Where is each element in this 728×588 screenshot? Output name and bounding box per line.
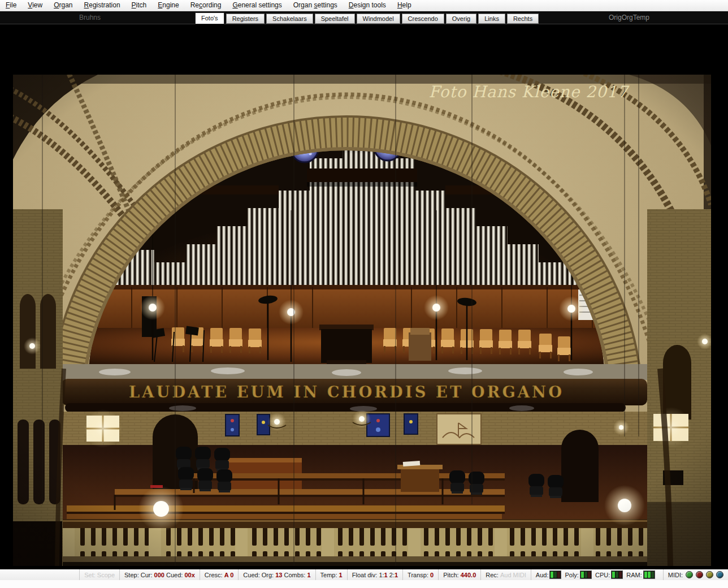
rammeter-label: RAM: — [626, 572, 642, 578]
menu-item-engine[interactable]: Engine — [154, 0, 183, 11]
status-text: Rec: — [486, 572, 500, 578]
meter-cell — [612, 572, 615, 578]
status-crescendo: Cresc: A 0 — [200, 569, 239, 580]
menu-item-design-tools[interactable]: Design tools — [345, 0, 390, 11]
status-text: 0 — [430, 572, 434, 578]
meter-cell — [551, 572, 553, 578]
status-temperament: Temp: 1 — [315, 569, 347, 580]
status-text: 2: — [388, 572, 395, 578]
midi-activity-led — [706, 571, 713, 578]
status-text: MIDI — [513, 572, 526, 578]
status-text: 440.0 — [461, 572, 476, 578]
church-photo-svg: LAUDATE EUM IN CHORDIS ET ORGANO — [13, 75, 711, 566]
menu-item-recording[interactable]: Recording — [187, 0, 226, 11]
tab-strip: Bruhns Foto'sRegistersSchakelaarsSpeelta… — [0, 11, 728, 24]
tab-rechts[interactable]: Rechts — [507, 14, 539, 24]
status-text: A 0 — [224, 572, 234, 578]
midi-activity-led — [696, 571, 703, 578]
tab-registers[interactable]: Registers — [226, 14, 265, 24]
polymeter-label: Poly: — [565, 572, 578, 578]
tab-row: Foto'sRegistersSchakelaarsSpeeltafelWind… — [195, 11, 540, 24]
status-text: Combs: — [282, 572, 307, 578]
meter-cell — [651, 572, 654, 578]
cpulevel-meter — [611, 570, 623, 579]
status-text: Cued: — [164, 572, 184, 578]
status-midi-leds: MIDI: — [663, 569, 728, 580]
window-bottom-strip — [0, 580, 728, 588]
status-bar: Set: ScopeStep: Cur: 000 Cued: 00xCresc:… — [0, 569, 728, 580]
meter-cell — [557, 572, 560, 578]
status-step: Step: Cur: 000 Cued: 00x — [119, 569, 200, 580]
tab-overig[interactable]: Overig — [446, 14, 476, 24]
status-rec: Rec: Aud MIDI — [480, 569, 531, 580]
status-text: Scope — [97, 572, 115, 578]
status-cued: Cued: Org: 13 Combs: 1 — [238, 569, 315, 580]
status-set: Set: Scope — [79, 569, 119, 580]
tab-speeltafel[interactable]: Speeltafel — [315, 14, 355, 24]
tab-windmodel[interactable]: Windmodel — [357, 14, 400, 24]
menu-item-general-settings[interactable]: General settings — [228, 0, 285, 11]
meter-cell — [588, 572, 591, 578]
meter-cell — [648, 572, 651, 578]
menu-item-organ[interactable]: Organ — [50, 0, 76, 11]
status-float-div: Float div: 1:1 2:1 — [347, 569, 402, 580]
status-text: Step: Cur: — [124, 572, 154, 578]
status-text: Transp: — [408, 572, 430, 578]
organ-name-label: Bruhns — [79, 11, 101, 24]
ramlevel-meter — [643, 570, 655, 579]
meter-cell — [581, 572, 584, 578]
status-text: 1 — [307, 572, 310, 578]
polylevel-meter — [580, 570, 592, 579]
menu-item-registration[interactable]: Registration — [80, 0, 124, 11]
midi-activity-led — [716, 571, 723, 578]
midi-label: MIDI: — [668, 572, 683, 578]
status-pitch: Pitch: 440.0 — [438, 569, 480, 580]
status-text: Temp: — [320, 572, 339, 578]
meter-cell — [554, 572, 557, 578]
status-meters: Aud:Poly:CPU:RAM: — [531, 569, 663, 580]
status-text: Aud — [500, 572, 512, 578]
tab-crescendo[interactable]: Crescendo — [402, 14, 444, 24]
status-text: 000 — [154, 572, 164, 578]
menu-item-organ-settings[interactable]: Organ settings — [289, 0, 341, 11]
main-view: LAUDATE EUM IN CHORDIS ET ORGANO — [0, 24, 728, 569]
meter-cell — [644, 572, 647, 578]
menu-bar: FileViewOrganRegistrationPitchEngineReco… — [0, 0, 728, 11]
status-text: Cued: Org: — [243, 572, 275, 578]
status-text: Float div: 1: — [352, 572, 384, 578]
midi-activity-led — [686, 571, 693, 578]
audlevel-meter — [549, 570, 561, 579]
status-text: Set: — [84, 572, 97, 578]
tab-foto-s[interactable]: Foto's — [195, 12, 224, 24]
menu-item-file[interactable]: File — [2, 0, 20, 11]
status-text: Pitch: — [443, 572, 461, 578]
organ-photo: LAUDATE EUM IN CHORDIS ET ORGANO — [13, 75, 711, 566]
cpumeter-label: CPU: — [595, 572, 610, 578]
audmeter-label: Aud: — [536, 572, 549, 578]
menu-item-view[interactable]: View — [24, 0, 46, 11]
meter-cell — [619, 572, 622, 578]
status-text: 1 — [395, 572, 398, 578]
organ-temperament-label: OrigOrgTemp — [598, 11, 660, 24]
meter-cell — [616, 572, 618, 578]
status-transpose: Transp: 0 — [402, 569, 438, 580]
status-text: 00x — [184, 572, 194, 578]
tab-schakelaars[interactable]: Schakelaars — [266, 14, 313, 24]
tab-links[interactable]: Links — [478, 14, 505, 24]
status-text: 1 — [339, 572, 343, 578]
menu-item-help[interactable]: Help — [393, 0, 415, 11]
status-text: 13 — [275, 572, 282, 578]
menu-item-pitch[interactable]: Pitch — [128, 0, 151, 11]
meter-cell — [584, 572, 587, 578]
status-bar-content: Set: ScopeStep: Cur: 000 Cued: 00xCresc:… — [79, 569, 728, 580]
status-text: Cresc: — [205, 572, 224, 578]
photo-vignette — [13, 75, 711, 566]
